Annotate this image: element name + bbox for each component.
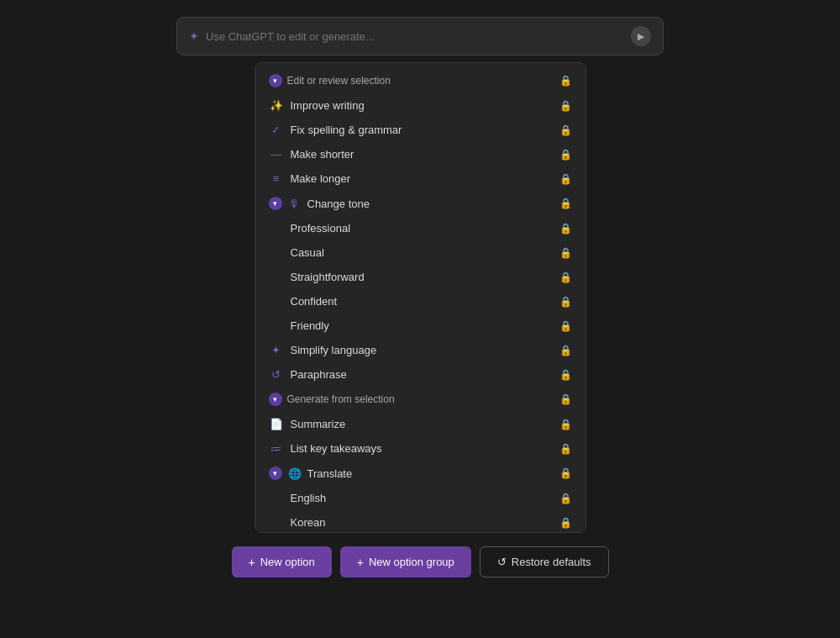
search-bar: ✦ ▶	[176, 17, 664, 55]
menu-item-list-key[interactable]: ≔ List key takeaways 🔒	[255, 436, 585, 461]
shorter-icon: —	[269, 148, 284, 161]
generate-label: Generate from selection	[287, 393, 559, 405]
make-longer-label: Make longer	[291, 172, 559, 185]
lock-icon: 🔒	[559, 419, 572, 430]
mic-icon: 🎙	[287, 198, 302, 210]
lock-icon: 🔒	[559, 369, 572, 381]
lock-icon: 🔒	[559, 320, 572, 332]
new-option-label: New option	[260, 556, 315, 568]
dropdown-panel: ▾ Edit or review selection 🔒 ✨ Improve w…	[255, 62, 586, 533]
lock-icon: 🔒	[559, 467, 572, 479]
globe-icon: 🌐	[287, 467, 302, 480]
menu-item-fix-spelling[interactable]: ✓ Fix spelling & grammar 🔒	[255, 118, 585, 142]
lock-icon: 🔒	[559, 517, 572, 529]
group-generate[interactable]: ▾ Generate from selection 🔒	[255, 387, 585, 412]
menu-item-confident[interactable]: Confident 🔒	[255, 289, 585, 314]
lock-icon: 🔒	[559, 75, 572, 87]
search-input[interactable]	[206, 30, 624, 43]
fix-spelling-label: Fix spelling & grammar	[291, 124, 559, 136]
lock-icon: 🔒	[559, 393, 572, 405]
menu-item-friendly[interactable]: Friendly 🔒	[255, 314, 585, 338]
confident-label: Confident	[291, 295, 559, 308]
chevron-icon: ▾	[269, 197, 282, 210]
lock-icon: 🔒	[559, 443, 572, 455]
menu-item-make-shorter[interactable]: — Make shorter 🔒	[255, 142, 585, 166]
spark-icon: ✦	[189, 29, 199, 43]
simplify-label: Simplify language	[291, 344, 559, 356]
chevron-icon: ▾	[269, 467, 282, 480]
plus-icon: +	[357, 556, 364, 569]
restore-icon: ↺	[497, 556, 507, 568]
group-translate[interactable]: ▾ 🌐 Translate 🔒	[255, 461, 585, 486]
restore-defaults-label: Restore defaults	[512, 556, 591, 568]
lock-icon: 🔒	[559, 173, 572, 185]
group-edit-review[interactable]: ▾ Edit or review selection 🔒	[255, 68, 585, 93]
make-shorter-label: Make shorter	[291, 148, 559, 161]
paraphrase-label: Paraphrase	[291, 368, 559, 381]
restore-defaults-button[interactable]: ↺ Restore defaults	[480, 546, 609, 577]
professional-label: Professional	[291, 222, 559, 235]
menu-item-korean[interactable]: Korean 🔒	[255, 510, 585, 533]
plus-icon: +	[249, 556, 255, 569]
menu-item-straightforward[interactable]: Straightforward 🔒	[255, 265, 585, 289]
new-option-group-button[interactable]: + New option group	[340, 546, 471, 577]
summarize-label: Summarize	[291, 418, 559, 430]
lock-icon: 🔒	[559, 296, 572, 308]
app-container: ✦ ▶ ▾ Edit or review selection 🔒 ✨ Impro…	[0, 0, 840, 638]
casual-label: Casual	[291, 246, 559, 259]
korean-label: Korean	[291, 516, 559, 529]
lock-icon: 🔒	[559, 100, 572, 112]
list-key-label: List key takeaways	[291, 442, 559, 455]
menu-item-professional[interactable]: Professional 🔒	[255, 216, 585, 240]
friendly-label: Friendly	[291, 319, 559, 332]
group-change-tone[interactable]: ▾ 🎙 Change tone 🔒	[255, 191, 585, 216]
translate-label: Translate	[307, 467, 559, 480]
lock-icon: 🔒	[559, 149, 572, 161]
chevron-icon: ▾	[269, 74, 282, 87]
lock-icon: 🔒	[559, 198, 572, 209]
bottom-bar: + New option + New option group ↺ Restor…	[176, 546, 664, 577]
menu-item-make-longer[interactable]: ≡ Make longer 🔒	[255, 166, 585, 191]
send-button[interactable]: ▶	[631, 26, 651, 46]
lock-icon: 🔒	[559, 223, 572, 235]
menu-item-simplify[interactable]: ✦ Simplify language 🔒	[255, 338, 585, 362]
doc-icon: 📄	[269, 418, 284, 430]
lock-icon: 🔒	[559, 272, 572, 283]
lock-icon: 🔒	[559, 345, 572, 356]
simplify-icon: ✦	[269, 344, 284, 356]
new-option-button[interactable]: + New option	[232, 546, 332, 577]
lock-icon: 🔒	[559, 124, 572, 136]
menu-item-english[interactable]: English 🔒	[255, 486, 585, 510]
list-icon: ≔	[269, 442, 284, 455]
menu-item-improve-writing[interactable]: ✨ Improve writing 🔒	[255, 93, 585, 118]
english-label: English	[291, 492, 559, 504]
sparkle-icon: ✨	[269, 99, 284, 112]
chevron-icon: ▾	[269, 393, 282, 406]
improve-writing-label: Improve writing	[291, 99, 559, 112]
straightforward-label: Straightforward	[291, 271, 559, 283]
longer-icon: ≡	[269, 172, 284, 185]
paraphrase-icon: ↺	[269, 368, 284, 381]
group-edit-review-label: Edit or review selection	[287, 75, 559, 87]
lock-icon: 🔒	[559, 247, 572, 259]
menu-item-paraphrase[interactable]: ↺ Paraphrase 🔒	[255, 362, 585, 387]
menu-item-casual[interactable]: Casual 🔒	[255, 240, 585, 265]
change-tone-label: Change tone	[307, 198, 559, 210]
check-icon: ✓	[269, 124, 284, 136]
lock-icon: 🔒	[559, 493, 572, 504]
new-option-group-label: New option group	[369, 556, 454, 568]
menu-item-summarize[interactable]: 📄 Summarize 🔒	[255, 412, 585, 436]
